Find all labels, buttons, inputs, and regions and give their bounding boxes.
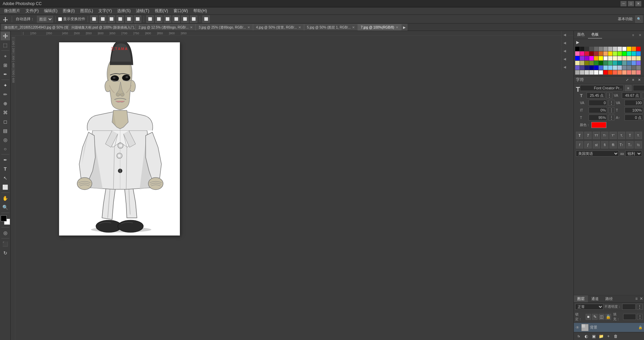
swatch-whitesmoke[interactable] (594, 70, 598, 75)
add-group-btn[interactable]: 📁 (598, 333, 604, 339)
quick-mask-btn[interactable]: ◎ (1, 228, 10, 237)
tracking-input[interactable] (625, 100, 643, 106)
swatch-darkred[interactable] (589, 51, 594, 56)
menu-help[interactable]: 帮助(H) (191, 7, 210, 14)
gradient-tool[interactable]: ▤ (1, 126, 10, 135)
swatch-cornflower[interactable] (632, 61, 636, 65)
swatch-lightsteelblue[interactable] (617, 66, 622, 70)
blur-tool[interactable]: ◎ (1, 135, 10, 144)
swatch-red[interactable] (636, 47, 641, 51)
align-bottom-button[interactable]: ⬜ (134, 15, 141, 23)
menu-image[interactable]: 图像(I) (60, 7, 77, 14)
maximize-button[interactable]: □ (628, 1, 634, 6)
align-right-button[interactable]: ⬜ (108, 15, 115, 23)
distribute-left-button[interactable]: ⬜ (146, 15, 154, 23)
dodge-tool[interactable]: ○ (1, 144, 10, 153)
swatch-cc[interactable] (613, 47, 617, 51)
menu-edit[interactable]: 编辑(E) (41, 7, 60, 14)
healing-tool[interactable]: ✦ (1, 81, 10, 90)
add-adj-btn[interactable]: ▣ (591, 333, 597, 339)
add-layer-btn[interactable]: + (605, 333, 611, 339)
tab-5-close[interactable]: ✕ (298, 26, 301, 29)
tab-4-close[interactable]: ✕ (247, 26, 250, 29)
distribute-right-button[interactable]: ⬜ (164, 15, 171, 23)
tab-7[interactable]: 7.jpg @ 100%(RGB/8) ✕ (358, 24, 401, 31)
layers-panel-menu[interactable]: ≡ (634, 295, 639, 302)
tab-2[interactable]: 问题镜集大框.psd @ 100% (新新插画入门, RG... ✕ (68, 24, 136, 31)
swatch-khaki[interactable] (636, 56, 641, 60)
show-transform-checkbox[interactable] (58, 17, 62, 21)
swatch-lawngreen[interactable] (617, 51, 622, 56)
distribute-top-button[interactable]: ⬜ (172, 15, 180, 23)
layers-tab[interactable]: 图层 (574, 295, 588, 302)
swatch-tab[interactable]: 色板 (588, 31, 602, 39)
panel-toggle-2[interactable]: ◀ (561, 39, 567, 46)
add-mask-btn[interactable]: ◐ (583, 333, 589, 339)
color-tab[interactable]: 颜色 (574, 31, 588, 39)
format-bold[interactable]: T (576, 132, 583, 139)
tab-7-close[interactable]: ✕ (396, 26, 398, 29)
add-style-btn[interactable]: fx (576, 333, 582, 339)
layers-panel-close[interactable]: ✕ (639, 295, 644, 302)
swatch-dimgray[interactable] (632, 66, 636, 70)
opacity-input[interactable] (622, 304, 636, 310)
swatch-coral[interactable] (617, 70, 622, 75)
swatch-papaya[interactable] (617, 56, 622, 60)
swatch-play-button[interactable]: ▶ (575, 40, 580, 45)
swatch-lightcoral[interactable] (636, 70, 641, 75)
selection-tool[interactable]: ⬚ (1, 41, 10, 49)
rotate-view-btn[interactable]: ↻ (1, 249, 10, 257)
lock-lock-btn[interactable]: 🔒 (605, 314, 611, 320)
language-dropdown[interactable]: 美国英语 (576, 151, 619, 157)
swatch-99[interactable] (603, 47, 608, 51)
swatch-medgreen[interactable] (608, 61, 612, 65)
menu-view[interactable]: 视图(V) (152, 7, 171, 14)
format-comma[interactable]: T, (618, 132, 625, 139)
type-panel-menu[interactable]: ≡ (631, 77, 636, 83)
format-t2[interactable]: T (626, 132, 634, 139)
clone-tool[interactable]: ⊕ (1, 99, 10, 108)
canvas-content[interactable]: 三TAMA (15, 36, 574, 340)
type-tool[interactable]: T (1, 165, 10, 173)
swatch-skyblue[interactable] (603, 66, 608, 70)
swatch-darkcyan[interactable] (617, 61, 622, 65)
menu-filter[interactable]: 滤镜(T) (133, 7, 152, 14)
format-superscript2[interactable]: T↑ (618, 141, 625, 148)
distribute-bottom-button[interactable]: ⬜ (190, 15, 197, 23)
shape-tool[interactable]: ⬜ (1, 183, 10, 192)
swatch-orangered2[interactable] (608, 70, 612, 75)
align-center-h-button[interactable]: ⬜ (99, 15, 106, 23)
font-size-stepper[interactable]: ⋮ (606, 92, 612, 98)
swatch-darkgray[interactable] (575, 70, 580, 75)
swatch-white[interactable] (622, 47, 627, 51)
scale-v2-stepper[interactable]: ⋮ (608, 115, 614, 121)
swatch-darkturq[interactable] (632, 51, 636, 56)
font-style-dropdown[interactable] (633, 85, 644, 91)
swatch-slate[interactable] (627, 66, 631, 70)
swatch-lightseagreen[interactable] (613, 61, 617, 65)
eyedropper-tool[interactable]: ✒ (1, 70, 10, 79)
swatch-blueviolet[interactable] (580, 56, 584, 60)
tab-4[interactable]: 3.jpg @ 25% (透明logo, RGB/... ✕ (196, 24, 253, 31)
swatch-black[interactable] (575, 47, 580, 51)
panel-toggle-5[interactable]: ◀ (561, 63, 567, 71)
swatch-darkblue[interactable] (589, 66, 594, 70)
baseline-input[interactable] (625, 115, 643, 121)
swatch-magenta[interactable] (589, 56, 594, 60)
menu-layer[interactable]: 图层(L) (78, 7, 96, 14)
swatch-salmon[interactable] (627, 70, 631, 75)
channels-tab[interactable]: 通道 (588, 295, 602, 302)
swatch-navajowhite[interactable] (632, 56, 636, 60)
zoom-tool[interactable]: 🔍 (1, 203, 10, 212)
color-panel-menu[interactable]: ≡ (631, 32, 636, 38)
swatch-violet[interactable] (585, 56, 589, 60)
swatch-gold[interactable] (627, 47, 631, 51)
swatch-66[interactable] (594, 47, 598, 51)
format-f[interactable]: f (576, 141, 583, 148)
fill-input[interactable] (623, 314, 636, 320)
lock-pos-btn[interactable]: ✎ (592, 314, 598, 320)
color-swatches[interactable] (1, 215, 10, 225)
swatch-steelblue[interactable] (627, 61, 631, 65)
align-left-button[interactable]: ⬜ (90, 15, 98, 23)
search-button[interactable]: 🔍 (635, 15, 643, 23)
